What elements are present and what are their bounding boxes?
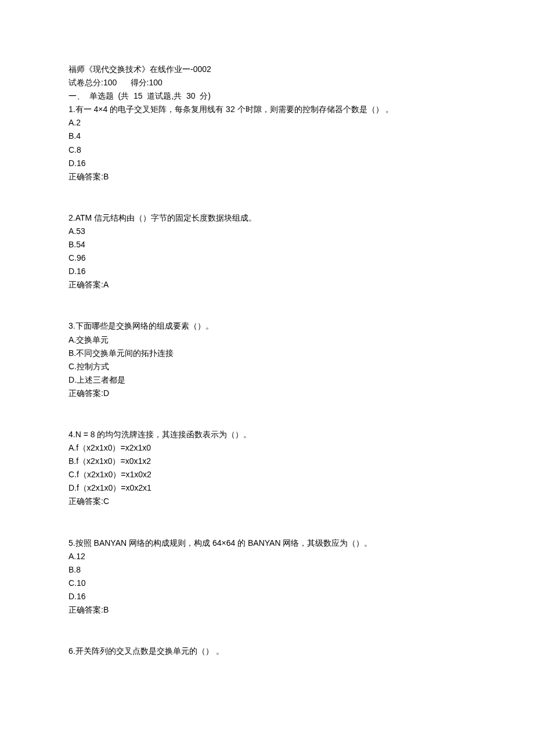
- question-option: D.16: [68, 590, 466, 603]
- question-option: B.不同交换单元间的拓扑连接: [68, 347, 466, 360]
- question-answer: 正确答案:B: [68, 603, 466, 617]
- question-option: A.2: [68, 116, 466, 129]
- question-option: B.54: [68, 238, 466, 251]
- question-stem: 4.N = 8 的均匀洗牌连接，其连接函数表示为（）。: [68, 428, 466, 441]
- question-stem: 1.有一 4×4 的电子交叉矩阵，每条复用线有 32 个时隙，则需要的控制存储器…: [68, 103, 466, 116]
- question-spacer: [68, 291, 466, 319]
- question-spacer: [68, 183, 466, 211]
- question-option: B.f（x2x1x0）=x0x1x2: [68, 455, 466, 468]
- question-option: C.f（x2x1x0）=x1x0x2: [68, 468, 466, 481]
- question-option: A.交换单元: [68, 333, 466, 347]
- section-header: 一、 单选题 (共 15 道试题,共 30 分): [68, 89, 466, 103]
- question-option: D.16: [68, 265, 466, 278]
- question-option: A.53: [68, 225, 466, 238]
- question-answer: 正确答案:D: [68, 387, 466, 400]
- question-option: B.8: [68, 563, 466, 577]
- question-stem: 3.下面哪些是交换网络的组成要素（）。: [68, 319, 466, 333]
- document-title: 福师《现代交换技术》在线作业一-0002: [68, 63, 466, 76]
- question-stem: 6.开关阵列的交叉点数是交换单元的（） 。: [68, 645, 466, 658]
- question-option: A.f（x2x1x0）=x2x1x0: [68, 441, 466, 455]
- question-option: D.上述三者都是: [68, 373, 466, 387]
- question-option: C.8: [68, 143, 466, 157]
- question-option: B.4: [68, 129, 466, 143]
- question-option: D.16: [68, 157, 466, 170]
- question-spacer: [68, 509, 466, 537]
- question-answer: 正确答案:A: [68, 278, 466, 291]
- question-option: D.f（x2x1x0）=x0x2x1: [68, 481, 466, 495]
- question-option: C.96: [68, 251, 466, 265]
- question-stem: 5.按照 BANYAN 网络的构成规则，构成 64×64 的 BANYAN 网络…: [68, 537, 466, 550]
- score-line: 试卷总分:100 得分:100: [68, 76, 466, 89]
- question-option: A.12: [68, 550, 466, 563]
- question-answer: 正确答案:C: [68, 495, 466, 508]
- question-stem: 2.ATM 信元结构由（）字节的固定长度数据块组成。: [68, 211, 466, 225]
- question-option: C.控制方式: [68, 360, 466, 373]
- question-option: C.10: [68, 577, 466, 590]
- question-answer: 正确答案:B: [68, 170, 466, 183]
- question-spacer: [68, 400, 466, 428]
- question-spacer: [68, 617, 466, 645]
- document-page: 福师《现代交换技术》在线作业一-0002 试卷总分:100 得分:100 一、 …: [0, 0, 534, 693]
